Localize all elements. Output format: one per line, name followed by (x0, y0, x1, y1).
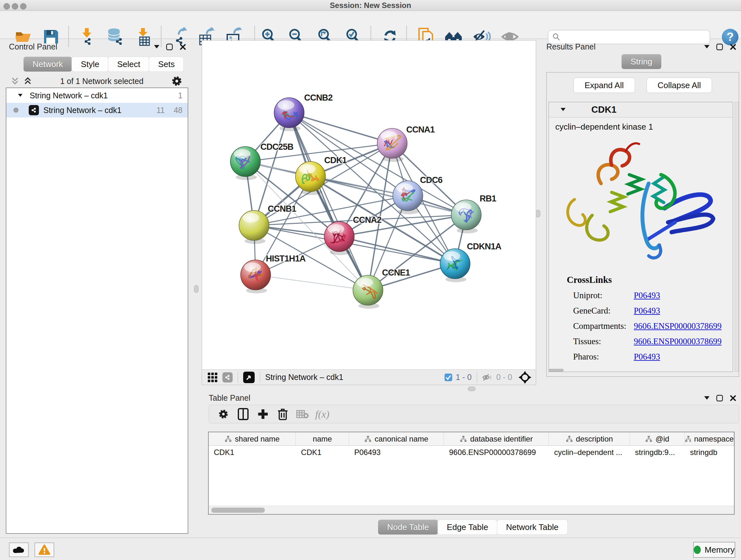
network-edge[interactable] (289, 113, 368, 290)
network-collection-row[interactable]: String Network – cdk1 1 (6, 88, 188, 103)
column-header--id[interactable]: @id (630, 432, 685, 445)
column-label: description (576, 435, 613, 443)
delete-column-button[interactable] (273, 408, 293, 421)
memory-button[interactable]: Memory (693, 542, 735, 558)
table-cell[interactable]: CDK1 (296, 446, 349, 459)
string-results-box: Expand All Collapse All CDK1 cyclin–depe… (546, 72, 739, 377)
table-cell[interactable]: P06493 (349, 446, 444, 459)
crosslink-pharos[interactable]: P06493 (634, 352, 660, 362)
cloud-status-button[interactable] (9, 543, 29, 557)
function-builder-button[interactable]: f(x) (313, 408, 332, 420)
table-cell[interactable]: 9606.ENSP00000378699 (444, 446, 549, 459)
network-node-CDC6[interactable] (393, 181, 423, 214)
horizontal-splitter-handle[interactable] (468, 387, 475, 391)
table-row[interactable]: CDK1CDK1P064939606.ENSP00000378699cyclin… (209, 446, 734, 459)
control-panel-tabs: Network Style Select Sets (23, 57, 184, 71)
table-cell[interactable]: CDK1 (209, 446, 296, 459)
column-header-canonical-name[interactable]: canonical name (349, 432, 444, 445)
network-node-label: CCNE1 (382, 268, 410, 277)
column-label: namespace (694, 435, 734, 443)
horizontal-scrollbar-thumb[interactable] (549, 369, 563, 372)
panel-float-icon[interactable] (716, 44, 723, 51)
panel-menu-icon[interactable] (704, 396, 710, 400)
warnings-button[interactable] (35, 543, 54, 557)
network-node-CCNE1[interactable] (353, 275, 383, 309)
right-splitter-handle[interactable] (536, 210, 540, 217)
column-header-shared-name[interactable]: shared name (209, 432, 296, 445)
panel-close-icon[interactable] (730, 44, 737, 51)
expand-all-button[interactable]: Expand All (574, 78, 635, 93)
column-label: @id (656, 435, 669, 443)
tab-node-table[interactable]: Node Table (378, 520, 438, 535)
crosslinks-section: CrossLinks Uniprot:P06493 GeneCard:P0649… (549, 274, 733, 362)
birdseye-view-icon[interactable] (243, 372, 255, 383)
grid-view-icon[interactable] (207, 372, 218, 383)
hierarchy-icon (460, 435, 467, 442)
table-settings-button[interactable] (213, 409, 233, 420)
tree-expander-icon[interactable] (18, 94, 23, 97)
panel-float-icon[interactable] (166, 44, 173, 51)
hidden-eye-icon[interactable] (482, 373, 493, 381)
crosslink-tissues[interactable]: 9606.ENSP00000378699 (634, 336, 722, 347)
network-type-badge-icon[interactable] (222, 372, 232, 382)
collapse-all-button[interactable]: Collapse All (647, 78, 712, 93)
selected-checkbox-icon[interactable] (444, 373, 453, 381)
tab-string[interactable]: String (622, 54, 661, 69)
network-node-RB1[interactable] (451, 200, 481, 233)
main-toolbar: ? (0, 11, 741, 39)
tab-network[interactable]: Network (23, 57, 72, 71)
network-node-CCNA1[interactable] (377, 128, 407, 162)
network-edge[interactable] (256, 275, 368, 290)
crosslink-compartments[interactable]: 9606.ENSP00000378699 (634, 321, 722, 331)
hierarchy-icon (566, 435, 573, 442)
gene-section-header[interactable]: CDK1 (549, 102, 733, 118)
collapse-all-icon[interactable] (10, 77, 20, 85)
crosslink-genecard[interactable]: P06493 (634, 306, 660, 316)
network-node-HIST1H1A[interactable] (241, 260, 271, 294)
network-node-label: CCNA1 (406, 125, 435, 134)
separator (260, 372, 260, 383)
network-node-CDC25B[interactable] (230, 146, 260, 180)
show-columns-button[interactable] (233, 408, 253, 421)
network-row[interactable]: String Network – cdk1 11 48 (6, 103, 188, 118)
panel-close-icon[interactable] (730, 395, 737, 401)
network-edge[interactable] (289, 113, 392, 143)
section-expander-icon[interactable] (560, 108, 566, 111)
tab-select[interactable]: Select (108, 57, 149, 71)
panel-close-icon[interactable] (179, 44, 186, 51)
vertical-scrollbar[interactable] (735, 102, 739, 372)
network-graph[interactable]: CCNB2CCNA1CDC25BCDK1CDC6RB1CCNB1CCNA2CDK… (202, 41, 536, 369)
panel-menu-icon[interactable] (154, 45, 159, 49)
column-header-name[interactable]: name (296, 432, 349, 445)
fit-selected-crosshair-icon[interactable] (519, 371, 531, 384)
panel-menu-icon[interactable] (704, 45, 710, 49)
table-cell[interactable]: cyclin–dependent ... (549, 446, 630, 459)
tab-style[interactable]: Style (72, 57, 108, 71)
delete-table-button[interactable] (293, 409, 313, 419)
tab-edge-table[interactable]: Edge Table (438, 520, 497, 535)
gear-icon[interactable] (171, 75, 183, 87)
column-header-description[interactable]: description (549, 432, 630, 445)
create-column-button[interactable] (253, 408, 273, 420)
crosslink-label: GeneCard: (573, 306, 634, 316)
network-tree: String Network – cdk1 1 String Network –… (6, 87, 188, 534)
network-node-CCNB1[interactable] (239, 210, 269, 244)
left-splitter-handle[interactable] (194, 285, 199, 293)
table-scrollbar-thumb[interactable] (211, 508, 265, 513)
expand-all-icon[interactable] (23, 77, 32, 85)
network-node-CCNB2[interactable] (274, 98, 304, 131)
tab-sets[interactable]: Sets (149, 57, 184, 71)
warning-icon (38, 544, 51, 556)
table-cell[interactable]: stringdb:9... (630, 446, 685, 459)
tab-network-table[interactable]: Network Table (497, 520, 567, 535)
network-node-CDKN1A[interactable] (440, 249, 470, 282)
network-edge[interactable] (339, 237, 455, 264)
crosslink-uniprot[interactable]: P06493 (634, 291, 660, 300)
column-header-database-identifier[interactable]: database identifier (444, 432, 549, 445)
table-horizontal-scrollbar[interactable] (209, 506, 734, 514)
table-cell[interactable]: stringdb (685, 446, 734, 459)
column-header-namespace[interactable]: namespace (685, 432, 734, 445)
network-view-toolbar: String Network – cdk1 1 - 0 0 - 0 (202, 369, 536, 385)
panel-float-icon[interactable] (716, 395, 723, 401)
network-view: CCNB2CCNA1CDC25BCDK1CDC6RB1CCNB1CCNA2CDK… (202, 40, 536, 385)
